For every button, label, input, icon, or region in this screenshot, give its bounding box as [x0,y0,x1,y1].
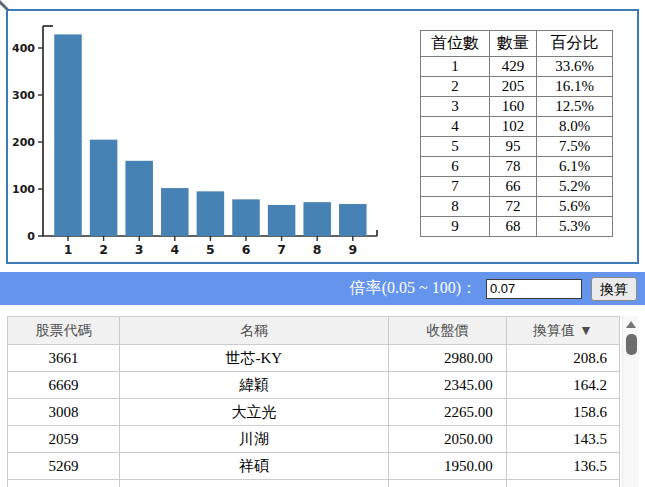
stock-header-code[interactable]: 股票代碼 [8,317,120,345]
bar-digit-2 [90,140,118,236]
table-row: 5269祥碩1950.00136.5 [8,453,620,480]
digit-cell-percent: 5.2% [537,177,613,197]
stock-cell-name: 川湖 [120,426,388,453]
convert-button[interactable]: 換算 [591,277,637,301]
stock-cell-code [8,480,120,487]
scroll-up-button[interactable] [623,316,639,332]
svg-text:8: 8 [313,242,322,257]
svg-text:3: 3 [135,242,144,257]
stock-cell-name: 大立光 [120,399,388,426]
svg-text:5: 5 [206,242,215,257]
stock-cell-name: 世芯-KY [120,345,388,372]
digit-table-row: 220516.1% [421,77,613,97]
digit-cell-digit: 1 [421,57,490,77]
stock-table-area: 股票代碼 名稱 收盤價 換算值 ▼ 3661世芯-KY2980.00208.66… [7,316,639,487]
stock-table-header-row: 股票代碼 名稱 收盤價 換算值 ▼ [8,317,620,345]
stock-header-close[interactable]: 收盤價 [388,317,506,345]
digit-cell-digit: 4 [421,117,490,137]
first-digit-table: 首位數 數量 百分比 142933.6%220516.1%316012.5%41… [420,30,613,237]
svg-text:9: 9 [348,242,357,257]
digit-cell-digit: 3 [421,97,490,117]
digit-table-header-digit: 首位數 [421,31,490,57]
stock-cell-close: 2345.00 [388,372,506,399]
digit-cell-percent: 8.0% [537,117,613,137]
digit-table-header-row: 首位數 數量 百分比 [421,31,613,57]
digit-cell-percent: 33.6% [537,57,613,77]
digit-table-header-percent: 百分比 [537,31,613,57]
scroll-up-icon [626,321,636,328]
first-digit-bar-chart: 0100200300400123456789 [8,11,413,261]
stock-table: 股票代碼 名稱 收盤價 換算值 ▼ 3661世芯-KY2980.00208.66… [7,316,620,487]
stock-cell-close: 2050.00 [388,426,506,453]
stock-cell-converted: 143.5 [506,426,619,453]
stock-cell-name [120,480,388,487]
stock-cell-code: 3008 [8,399,120,426]
bar-digit-8 [303,202,331,236]
digit-cell-percent: 5.6% [537,197,613,217]
bar-digit-3 [125,161,153,236]
digit-cell-digit: 9 [421,217,490,237]
digit-table-row: 316012.5% [421,97,613,117]
digit-cell-count: 78 [490,157,537,177]
stock-cell-name: 緯穎 [120,372,388,399]
digit-table-row: 5957.5% [421,137,613,157]
stock-cell-code: 5269 [8,453,120,480]
digit-table-row: 9685.3% [421,217,613,237]
stock-header-converted-sort-desc[interactable]: 換算值 ▼ [506,317,619,345]
svg-text:6: 6 [242,242,251,257]
stock-cell-converted [506,480,619,487]
svg-text:400: 400 [12,42,35,55]
table-row: 3661世芯-KY2980.00208.6 [8,345,620,372]
digit-table-row: 7665.2% [421,177,613,197]
digit-cell-count: 160 [490,97,537,117]
bar-digit-4 [161,188,189,236]
digit-cell-digit: 2 [421,77,490,97]
stock-cell-code: 6669 [8,372,120,399]
bar-digit-6 [232,199,260,236]
stock-cell-close: 2265.00 [388,399,506,426]
digit-cell-digit: 7 [421,177,490,197]
digit-cell-count: 95 [490,137,537,157]
table-row: 3008大立光2265.00158.6 [8,399,620,426]
stock-header-name[interactable]: 名稱 [120,317,388,345]
stock-cell-close [388,480,506,487]
digit-table-row: 142933.6% [421,57,613,77]
digit-cell-percent: 7.5% [537,137,613,157]
bar-digit-9 [339,204,367,236]
svg-text:200: 200 [12,136,35,149]
bar-digit-1 [54,34,82,236]
multiplier-label: 倍率(0.05 ~ 100)： [350,278,477,299]
svg-text:100: 100 [12,183,35,196]
svg-text:0: 0 [27,230,35,243]
bar-digit-7 [268,205,296,236]
svg-text:1: 1 [64,242,73,257]
scroll-thumb[interactable] [626,334,637,355]
table-row: 2059川湖2050.00143.5 [8,426,620,453]
digit-cell-count: 72 [490,197,537,217]
digit-cell-count: 205 [490,77,537,97]
digit-cell-percent: 6.1% [537,157,613,177]
cursor-artifact [0,0,9,10]
digit-table-row: 6786.1% [421,157,613,177]
digit-table-row: 41028.0% [421,117,613,137]
stock-cell-code: 2059 [8,426,120,453]
stock-cell-name: 祥碩 [120,453,388,480]
first-digit-panel: 0100200300400123456789 首位數 數量 百分比 142933… [6,9,639,264]
digit-cell-count: 68 [490,217,537,237]
stock-cell-close: 2980.00 [388,345,506,372]
bar-digit-5 [197,191,225,236]
digit-cell-count: 429 [490,57,537,77]
stock-cell-code: 3661 [8,345,120,372]
svg-text:7: 7 [277,242,286,257]
stock-cell-converted: 158.6 [506,399,619,426]
multiplier-input[interactable] [486,279,582,299]
scrollbar[interactable] [622,316,639,487]
table-row: 6669緯穎2345.00164.2 [8,372,620,399]
digit-cell-percent: 16.1% [537,77,613,97]
svg-text:2: 2 [99,242,108,257]
stock-cell-converted: 136.5 [506,453,619,480]
stock-cell-close: 1950.00 [388,453,506,480]
digit-cell-digit: 5 [421,137,490,157]
digit-table-row: 8725.6% [421,197,613,217]
digit-cell-digit: 8 [421,197,490,217]
